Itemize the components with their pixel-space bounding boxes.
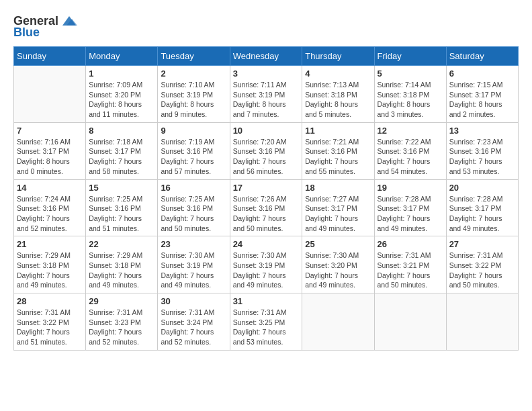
day-number: 2 <box>161 68 226 79</box>
day-info: Sunrise: 7:30 AM Sunset: 3:20 PM Dayligh… <box>305 250 371 290</box>
calendar-cell: 3Sunrise: 7:11 AM Sunset: 3:19 PM Daylig… <box>230 66 302 123</box>
day-info: Sunrise: 7:18 AM Sunset: 3:17 PM Dayligh… <box>89 137 154 177</box>
day-info: Sunrise: 7:15 AM Sunset: 3:17 PM Dayligh… <box>449 80 515 120</box>
day-info: Sunrise: 7:26 AM Sunset: 3:16 PM Dayligh… <box>233 194 300 234</box>
calendar-cell: 24Sunrise: 7:30 AM Sunset: 3:19 PM Dayli… <box>230 236 302 293</box>
day-number: 26 <box>378 239 443 249</box>
calendar-cell <box>446 293 518 351</box>
day-number: 21 <box>17 239 83 249</box>
day-header-thursday: Thursday <box>302 47 374 66</box>
day-number: 18 <box>305 183 371 193</box>
calendar-cell: 21Sunrise: 7:29 AM Sunset: 3:18 PM Dayli… <box>14 236 86 293</box>
calendar-cell: 4Sunrise: 7:13 AM Sunset: 3:18 PM Daylig… <box>302 66 374 123</box>
calendar-cell: 14Sunrise: 7:24 AM Sunset: 3:16 PM Dayli… <box>14 179 86 236</box>
day-number: 8 <box>89 126 154 136</box>
logo-blue: Blue <box>13 26 40 40</box>
day-info: Sunrise: 7:29 AM Sunset: 3:18 PM Dayligh… <box>17 250 83 290</box>
calendar-week-4: 28Sunrise: 7:31 AM Sunset: 3:22 PM Dayli… <box>14 293 519 351</box>
calendar-table: SundayMondayTuesdayWednesdayThursdayFrid… <box>13 46 519 351</box>
day-info: Sunrise: 7:28 AM Sunset: 3:17 PM Dayligh… <box>378 194 443 234</box>
day-number: 25 <box>305 239 371 249</box>
day-info: Sunrise: 7:13 AM Sunset: 3:18 PM Dayligh… <box>305 80 371 120</box>
day-info: Sunrise: 7:22 AM Sunset: 3:16 PM Dayligh… <box>378 137 443 177</box>
day-info: Sunrise: 7:31 AM Sunset: 3:22 PM Dayligh… <box>17 308 83 347</box>
calendar-cell: 9Sunrise: 7:19 AM Sunset: 3:16 PM Daylig… <box>158 122 230 179</box>
day-info: Sunrise: 7:25 AM Sunset: 3:16 PM Dayligh… <box>89 194 154 234</box>
day-number: 4 <box>305 68 371 79</box>
day-number: 10 <box>233 126 300 136</box>
day-info: Sunrise: 7:11 AM Sunset: 3:19 PM Dayligh… <box>233 80 300 120</box>
day-number: 19 <box>378 183 443 193</box>
logo-icon <box>60 13 79 28</box>
day-info: Sunrise: 7:27 AM Sunset: 3:17 PM Dayligh… <box>305 194 371 234</box>
day-info: Sunrise: 7:10 AM Sunset: 3:19 PM Dayligh… <box>161 80 226 120</box>
day-info: Sunrise: 7:21 AM Sunset: 3:16 PM Dayligh… <box>305 137 371 177</box>
day-info: Sunrise: 7:24 AM Sunset: 3:16 PM Dayligh… <box>17 194 83 234</box>
calendar-cell: 2Sunrise: 7:10 AM Sunset: 3:19 PM Daylig… <box>158 66 230 123</box>
day-header-tuesday: Tuesday <box>158 47 230 66</box>
day-info: Sunrise: 7:16 AM Sunset: 3:17 PM Dayligh… <box>17 137 83 177</box>
calendar-cell: 6Sunrise: 7:15 AM Sunset: 3:17 PM Daylig… <box>446 66 518 123</box>
day-number: 5 <box>378 68 443 79</box>
calendar-cell: 17Sunrise: 7:26 AM Sunset: 3:16 PM Dayli… <box>230 179 302 236</box>
calendar-cell: 23Sunrise: 7:30 AM Sunset: 3:19 PM Dayli… <box>158 236 230 293</box>
calendar-cell: 28Sunrise: 7:31 AM Sunset: 3:22 PM Dayli… <box>14 293 86 351</box>
calendar-header-row: SundayMondayTuesdayWednesdayThursdayFrid… <box>14 47 519 66</box>
calendar-cell: 30Sunrise: 7:31 AM Sunset: 3:24 PM Dayli… <box>158 293 230 351</box>
day-number: 31 <box>233 296 300 306</box>
day-number: 23 <box>161 239 226 249</box>
day-header-sunday: Sunday <box>14 47 86 66</box>
day-info: Sunrise: 7:29 AM Sunset: 3:18 PM Dayligh… <box>89 250 154 290</box>
calendar-cell: 8Sunrise: 7:18 AM Sunset: 3:17 PM Daylig… <box>86 122 158 179</box>
day-info: Sunrise: 7:28 AM Sunset: 3:17 PM Dayligh… <box>449 194 515 234</box>
day-info: Sunrise: 7:23 AM Sunset: 3:16 PM Dayligh… <box>449 137 515 177</box>
logo: General Blue <box>13 13 79 40</box>
day-number: 7 <box>17 126 83 136</box>
calendar-cell: 13Sunrise: 7:23 AM Sunset: 3:16 PM Dayli… <box>446 122 518 179</box>
day-number: 14 <box>17 183 83 193</box>
day-info: Sunrise: 7:31 AM Sunset: 3:21 PM Dayligh… <box>378 250 443 290</box>
day-info: Sunrise: 7:25 AM Sunset: 3:16 PM Dayligh… <box>161 194 226 234</box>
day-number: 6 <box>449 68 515 79</box>
day-info: Sunrise: 7:31 AM Sunset: 3:22 PM Dayligh… <box>449 250 515 290</box>
day-info: Sunrise: 7:31 AM Sunset: 3:24 PM Dayligh… <box>161 308 226 347</box>
day-number: 15 <box>89 183 154 193</box>
calendar-cell: 22Sunrise: 7:29 AM Sunset: 3:18 PM Dayli… <box>86 236 158 293</box>
day-info: Sunrise: 7:14 AM Sunset: 3:18 PM Dayligh… <box>378 80 443 120</box>
day-header-monday: Monday <box>86 47 158 66</box>
calendar-cell: 19Sunrise: 7:28 AM Sunset: 3:17 PM Dayli… <box>374 179 446 236</box>
day-info: Sunrise: 7:30 AM Sunset: 3:19 PM Dayligh… <box>161 250 226 290</box>
day-number: 13 <box>449 126 515 136</box>
calendar-cell: 10Sunrise: 7:20 AM Sunset: 3:16 PM Dayli… <box>230 122 302 179</box>
day-info: Sunrise: 7:30 AM Sunset: 3:19 PM Dayligh… <box>233 250 300 290</box>
calendar-week-1: 7Sunrise: 7:16 AM Sunset: 3:17 PM Daylig… <box>14 122 519 179</box>
calendar-cell: 26Sunrise: 7:31 AM Sunset: 3:21 PM Dayli… <box>374 236 446 293</box>
day-number: 17 <box>233 183 300 193</box>
day-number: 3 <box>233 68 300 79</box>
calendar-cell: 20Sunrise: 7:28 AM Sunset: 3:17 PM Dayli… <box>446 179 518 236</box>
day-number: 9 <box>161 126 226 136</box>
day-number: 28 <box>17 296 83 306</box>
calendar-cell <box>302 293 374 351</box>
day-number: 24 <box>233 239 300 249</box>
calendar-cell: 1Sunrise: 7:09 AM Sunset: 3:20 PM Daylig… <box>86 66 158 123</box>
page-header: General Blue <box>13 13 519 40</box>
calendar-cell: 31Sunrise: 7:31 AM Sunset: 3:25 PM Dayli… <box>230 293 302 351</box>
calendar-cell: 29Sunrise: 7:31 AM Sunset: 3:23 PM Dayli… <box>86 293 158 351</box>
day-info: Sunrise: 7:31 AM Sunset: 3:25 PM Dayligh… <box>233 308 300 347</box>
day-info: Sunrise: 7:20 AM Sunset: 3:16 PM Dayligh… <box>233 137 300 177</box>
calendar-cell: 12Sunrise: 7:22 AM Sunset: 3:16 PM Dayli… <box>374 122 446 179</box>
day-header-friday: Friday <box>374 47 446 66</box>
day-number: 29 <box>89 296 154 306</box>
calendar-cell <box>374 293 446 351</box>
day-number: 16 <box>161 183 226 193</box>
day-number: 1 <box>89 68 154 79</box>
calendar-week-3: 21Sunrise: 7:29 AM Sunset: 3:18 PM Dayli… <box>14 236 519 293</box>
calendar-cell <box>14 66 86 123</box>
calendar-cell: 11Sunrise: 7:21 AM Sunset: 3:16 PM Dayli… <box>302 122 374 179</box>
day-header-saturday: Saturday <box>446 47 518 66</box>
calendar-cell: 5Sunrise: 7:14 AM Sunset: 3:18 PM Daylig… <box>374 66 446 123</box>
day-info: Sunrise: 7:31 AM Sunset: 3:23 PM Dayligh… <box>89 308 154 347</box>
calendar-cell: 18Sunrise: 7:27 AM Sunset: 3:17 PM Dayli… <box>302 179 374 236</box>
day-info: Sunrise: 7:09 AM Sunset: 3:20 PM Dayligh… <box>89 80 154 120</box>
